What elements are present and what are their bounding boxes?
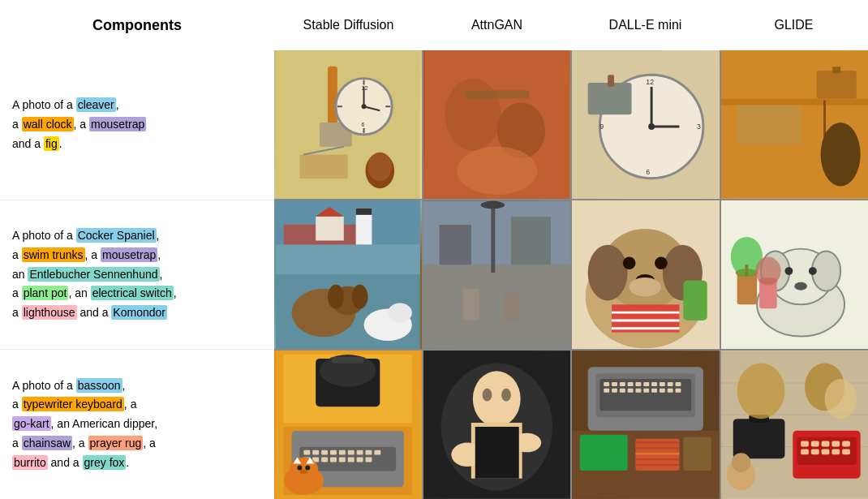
highlight-lighthouse: lighthouse (22, 305, 77, 320)
svg-point-133 (501, 389, 511, 402)
svg-rect-149 (604, 389, 609, 393)
image-cell-r1c2 (423, 50, 571, 199)
svg-rect-183 (842, 449, 850, 454)
svg-point-127 (472, 371, 520, 427)
text-row-1: A photo of a cleaver, a wall clock, a mo… (0, 50, 274, 200)
svg-rect-85 (737, 273, 757, 304)
svg-rect-139 (604, 382, 609, 386)
svg-rect-76 (683, 281, 707, 320)
svg-rect-143 (635, 382, 641, 386)
svg-point-50 (328, 285, 344, 309)
svg-rect-104 (339, 450, 346, 455)
svg-rect-144 (643, 382, 649, 386)
svg-point-82 (784, 267, 793, 275)
svg-point-66 (588, 245, 628, 301)
svg-text:6: 6 (362, 122, 365, 127)
svg-point-20 (457, 147, 537, 195)
highlight-fig: fig (44, 136, 59, 151)
svg-rect-140 (612, 382, 617, 386)
svg-rect-55 (423, 265, 571, 348)
highlight-swim-trunks: swim trunks (22, 247, 85, 262)
highlight-mousetrap-1: mousetrap (89, 117, 146, 131)
svg-rect-154 (643, 389, 649, 393)
svg-rect-157 (668, 389, 673, 393)
svg-rect-31 (588, 83, 632, 114)
highlight-wall-clock: wall clock (22, 117, 74, 131)
svg-text:3: 3 (697, 123, 701, 131)
highlight-bassoon: bassoon (76, 378, 122, 393)
svg-rect-161 (683, 437, 711, 471)
svg-point-84 (794, 282, 807, 290)
model-header-sd: Stable Diffusion (274, 18, 423, 32)
svg-rect-44 (316, 217, 344, 241)
image-cell-r2c3 (572, 200, 720, 349)
svg-rect-34 (721, 99, 869, 105)
svg-point-123 (305, 465, 310, 470)
image-cell-r1c3: 12 6 9 3 (572, 50, 720, 199)
svg-text:12: 12 (362, 85, 368, 91)
svg-point-75 (630, 277, 661, 297)
svg-rect-176 (821, 441, 829, 447)
svg-rect-37 (737, 105, 800, 144)
svg-rect-148 (676, 382, 681, 386)
image-cell-r2c4 (721, 200, 869, 349)
svg-rect-155 (651, 389, 657, 393)
highlight-burrito: burrito (12, 455, 48, 470)
svg-rect-35 (816, 71, 856, 98)
svg-rect-106 (357, 450, 363, 455)
svg-rect-101 (312, 450, 319, 455)
svg-rect-114 (348, 458, 355, 462)
svg-rect-108 (374, 450, 380, 455)
svg-rect-57 (510, 217, 550, 265)
svg-point-124 (299, 469, 307, 474)
svg-rect-103 (330, 450, 337, 455)
svg-rect-147 (668, 382, 673, 386)
svg-point-91 (755, 256, 780, 285)
svg-rect-174 (801, 441, 809, 447)
highlight-plant-pot: plant pot (22, 286, 69, 300)
svg-rect-61 (463, 289, 479, 320)
model-header-dalle: DALL-E mini (571, 18, 720, 32)
svg-rect-107 (366, 450, 372, 455)
svg-rect-100 (303, 450, 310, 455)
svg-text:6: 6 (646, 168, 650, 176)
svg-rect-105 (348, 450, 355, 455)
highlight-chainsaw: chainsaw (22, 436, 72, 450)
svg-text:12: 12 (646, 78, 654, 86)
image-cell-r2c2 (423, 200, 571, 349)
image-cell-r1c4 (721, 50, 869, 199)
image-cell-r3c2 (423, 351, 571, 499)
content-area: A photo of a cleaver, a wall clock, a mo… (0, 50, 868, 499)
highlight-electrical-switch: electrical switch (91, 286, 174, 300)
svg-rect-180 (810, 449, 819, 454)
svg-rect-177 (831, 441, 840, 447)
svg-rect-159 (580, 435, 628, 471)
svg-rect-115 (357, 458, 363, 462)
svg-rect-153 (635, 389, 641, 393)
svg-rect-58 (439, 225, 471, 265)
svg-point-16 (367, 153, 392, 182)
svg-rect-88 (745, 265, 748, 277)
svg-point-132 (482, 389, 492, 402)
svg-point-83 (808, 267, 816, 275)
svg-rect-59 (491, 201, 495, 273)
svg-point-60 (480, 201, 504, 209)
highlight-typewriter: typewriter keyboard (22, 397, 124, 411)
image-cell-r2c1 (274, 200, 422, 349)
image-cell-r1c1: 12 6 (274, 50, 422, 199)
svg-rect-158 (676, 389, 681, 393)
highlight-cleaver: cleaver (76, 97, 116, 112)
components-header: Components (0, 17, 274, 34)
image-cell-r3c3 (572, 351, 720, 499)
svg-rect-152 (628, 389, 634, 393)
svg-text:9: 9 (599, 123, 604, 131)
svg-rect-179 (801, 449, 809, 454)
svg-rect-156 (660, 389, 665, 393)
highlight-komondor: Komondor (111, 305, 167, 320)
highlight-entlebucher: Entlebucher Sennenhund (28, 267, 159, 282)
svg-rect-96 (332, 357, 364, 363)
image-grid: 12 6 (274, 50, 868, 499)
svg-rect-13 (299, 155, 347, 179)
svg-rect-150 (612, 389, 617, 393)
svg-point-73 (655, 256, 668, 269)
